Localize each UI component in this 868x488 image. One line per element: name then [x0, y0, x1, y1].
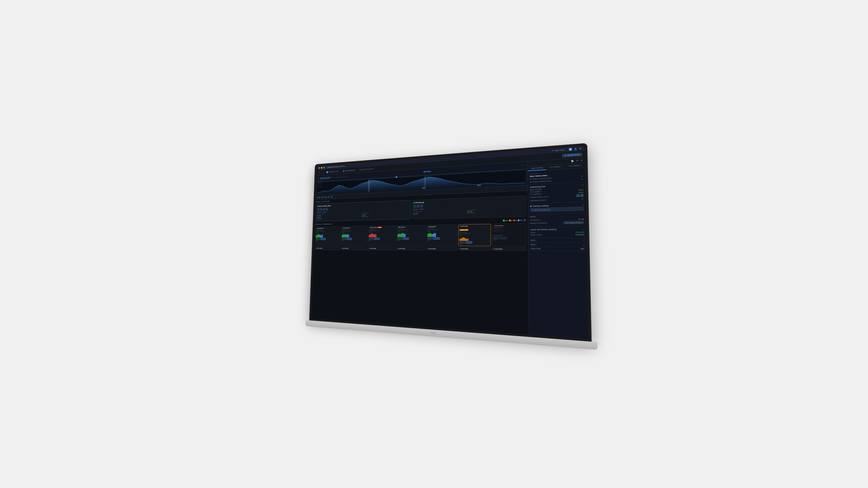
svg-rect-0 — [368, 180, 370, 192]
hardware-health-row: HARDWARE HEALTH ✓ — [530, 198, 584, 202]
terminal-row2-1[interactable]: ● Lead singer — [314, 247, 340, 250]
rf-ch1-monitoring-row: RF CHANNEL 1 Active — [530, 189, 583, 193]
main-scroll-area[interactable]: BASE STATIONS Base Station Main — [311, 191, 529, 335]
add-channel-button[interactable]: + — [330, 195, 333, 198]
station-menu-btn[interactable]: ⋯ — [407, 202, 409, 204]
base-station-row: BASE STATION — [530, 187, 583, 191]
eye-right-icon[interactable]: 👁 — [576, 160, 578, 162]
routing-editor-section-btn[interactable]: ⊞ ROUTING EDITOR — [530, 207, 584, 212]
mic-btn-6[interactable]: MIC/LINE — [465, 241, 472, 243]
skip-fwd-2-btn[interactable]: ⏭ — [328, 196, 329, 198]
play-3-btn[interactable]: ▶ — [323, 196, 325, 198]
close-button[interactable] — [318, 167, 320, 169]
base-station-label: BASE STATION — [530, 188, 541, 191]
routing-icon: ⊞ — [360, 169, 361, 171]
terminal-row2-6[interactable]: ● Lead singer — [458, 247, 491, 251]
rf-ch1-monitoring-label: RF CHANNEL 1 — [530, 191, 542, 193]
rf1-label: RF Channel 1 (478.000 MHz) — [530, 177, 552, 180]
station-card-backup[interactable]: BS Backup ⋯ A B C — [412, 196, 526, 219]
rf2-action-btn[interactable]: ↗ — [581, 178, 583, 180]
terminal-row2-2[interactable]: ● Lead singer — [340, 247, 367, 250]
minimize-button[interactable] — [321, 167, 322, 169]
mic-btn-2[interactable]: MIC/LINE — [346, 238, 352, 240]
mic-btn-7[interactable]: MIC/LINE — [499, 237, 507, 239]
refresh-time: Latest Refresh: Today, 02:00:21 — [332, 176, 347, 178]
terminal-john-guitar[interactable]: ● John guitar RF Channel 1 BASE STAT — [426, 225, 457, 246]
spectrum-menu[interactable]: ⋯ — [521, 163, 525, 168]
em-btn-6[interactable]: EM/IFB — [459, 241, 465, 243]
top-right-icons: 📡 👁 ⚙ — [571, 159, 583, 162]
mt-manager-button[interactable]: 👥 MT MANAGER — [342, 169, 356, 172]
terminal-lead-singer-1[interactable]: ● Lead singer 1 RF Channel 1 BASE ST — [315, 226, 340, 246]
mic-btn-5[interactable]: MIC/LINE — [433, 237, 440, 239]
station-card-main[interactable]: Base Station Main ⋯ A B C — [316, 200, 411, 221]
em-btn-1[interactable]: EM/IFB — [316, 238, 320, 240]
terminal-1-battery: 100% — [316, 232, 339, 233]
play-btn[interactable]: ▶ — [317, 197, 318, 198]
terminal-row2-4[interactable]: ● Lead singer — [396, 247, 425, 251]
rf-channel-1-row: RF Channel 1 (478.000 MHz) ↗ — [530, 175, 583, 180]
terminal-2-battery: 100% — [342, 232, 366, 233]
user-icon[interactable]: 👤 — [574, 148, 577, 151]
terminal-laura-bass[interactable]: ● Laura bass SIGNAL LOSS RF Channel 1 — [458, 224, 491, 246]
em-btn-5[interactable]: EM/IFB — [428, 237, 433, 239]
mic-btn-4[interactable]: MIC/LINE — [403, 237, 409, 240]
terminal-jenny-singer[interactable]: ● Jenny singer PEAK RF Channel 1 — [368, 225, 396, 246]
card-type-row: CARD TYPE BNC — [528, 247, 587, 251]
terminal-john-backup[interactable]: ● John backup DISCONNECTED RF Channel 1 — [492, 223, 526, 246]
terminals-grid-row2: ● Lead singer ● Lead singer — [314, 247, 527, 251]
device-sync-button[interactable]: DEVICE SYNC — [325, 170, 339, 174]
tab-base-station[interactable]: BASE STATION — [528, 165, 546, 171]
add-terminal-button[interactable]: + — [523, 219, 526, 222]
em-btn-2[interactable]: EM/IFB — [342, 238, 346, 240]
em-btn-3[interactable]: EM/IFB — [369, 238, 374, 240]
mic-btn-1[interactable]: MIC/LINE — [320, 238, 326, 240]
device-sync-icon — [326, 171, 328, 173]
in-capacity-label: IN CAPACITY — [530, 219, 540, 221]
terminal-max-drums[interactable]: ● Max drums RF Channel 1 BASE STATIO — [396, 225, 426, 246]
terminal-row2-7[interactable]: ● Lead singer — [492, 247, 526, 251]
terminal-3-name: ● Jenny singer PEAK — [369, 226, 395, 228]
routing-editor-button[interactable]: ⊞ ROUTING EDITOR — [359, 167, 374, 171]
em-btn-4[interactable]: EM/IFB — [397, 237, 402, 240]
madi-1-row[interactable]: MADI 1 ▾ — [528, 238, 587, 243]
madi-1-chevron: ▾ — [583, 239, 584, 241]
notification-icon[interactable]: 12 — [568, 148, 572, 151]
maximize-button[interactable] — [323, 167, 325, 168]
terminal-row2-5[interactable]: ● Lead singer — [426, 247, 457, 251]
audio-network-header[interactable]: AUDIO NETWORK (DANTE) ▴ — [530, 228, 584, 231]
rf-channel-2-info: RF CHANNEL 2 A B 65% (34 MT) — [362, 211, 409, 219]
rf-channel-2-row: RF Channel 2 (902.000 MHz) ↗ — [530, 178, 583, 183]
settings-icon[interactable]: ⚙ — [579, 147, 581, 150]
interface-settings-title: ⊞ Interface settings — [530, 204, 549, 207]
rf1-action-btn[interactable]: ↗ — [581, 175, 583, 177]
backup-station-menu[interactable]: ⋯ — [522, 197, 524, 200]
default-interface-select[interactable]: Audio Network (Dante) ▾ — [563, 221, 584, 224]
ch-block-c: C — [323, 208, 326, 211]
skip-forward-btn[interactable]: ⏭ — [321, 196, 323, 198]
play-4-btn[interactable]: ▶ — [326, 196, 327, 198]
monitoring-header[interactable]: ◎ Monitoring data ▴ — [530, 184, 583, 188]
backup-ant-a: A — [413, 213, 415, 215]
hide-scan-button[interactable]: 👁 HIDE SCAN — [552, 149, 564, 152]
terminal-row2-3[interactable]: ● Lead singer — [368, 247, 396, 250]
pause-scan-button[interactable]: ⏸ PAUSE SCAN — [562, 153, 582, 157]
home-button[interactable]: ⌂ — [318, 171, 321, 174]
madi-2-label: MADI 2 — [530, 244, 536, 246]
power-badge-2: 2 — [580, 194, 584, 197]
tab-rf-channel-2[interactable]: RF CHANNEL 2 — [565, 163, 585, 169]
hardware-health-status: ✓ — [581, 198, 584, 200]
madi-2-row[interactable]: MADI 2 ▴ — [528, 242, 587, 247]
sample-rate-label: SAMPLE RATE — [530, 234, 542, 236]
monitoring-section: ◎ Monitoring data ▴ BASE STATION — [528, 182, 586, 204]
interface-settings-header[interactable]: ⊞ Interface settings ▴ — [530, 203, 584, 207]
settings-right-icon[interactable]: ⚙ — [580, 159, 583, 162]
mic-btn-3[interactable]: MIC/LINE — [374, 238, 379, 240]
tab-rf-channel-1[interactable]: RF CHANNEL 1 — [546, 164, 565, 170]
antenna-icon[interactable]: 📡 — [571, 160, 574, 162]
em-btn-7[interactable]: EM/IFB — [493, 237, 499, 239]
terminal-6-station: BASE STATION TEST — [459, 233, 490, 234]
terminal-lead-singer-2[interactable]: ● Lead singer 2 RF Channel 1 BASE ST — [340, 226, 367, 246]
right-tabs: BASE STATION RF CHANNEL 1 RF CHANNEL 2 — [528, 163, 585, 171]
play-btn-2[interactable]: ▶ — [319, 197, 320, 198]
